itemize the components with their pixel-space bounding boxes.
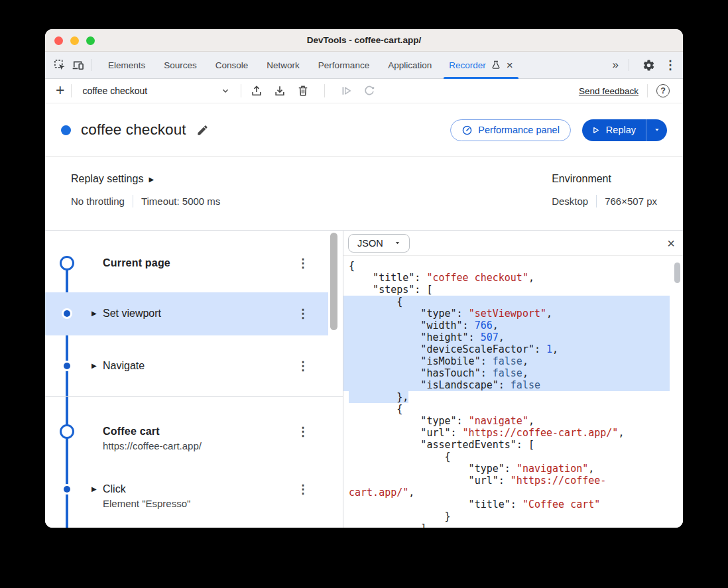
toolbar-separator	[324, 84, 325, 97]
close-recorder-tab-icon[interactable]: ×	[507, 60, 513, 71]
step-text: ClickElement "Espresso"	[103, 482, 190, 510]
replay-settings-toggle[interactable]: Replay settings ▶	[71, 173, 220, 185]
timeline-ring-marker	[60, 256, 74, 270]
section-row-current-page[interactable]: Current page⋮	[45, 243, 328, 284]
help-icon[interactable]: ?	[656, 84, 670, 97]
traffic-lights	[54, 29, 95, 52]
json-line: {	[343, 451, 670, 463]
environment-label: Environment	[552, 173, 611, 185]
json-export-panel: JSON × { "title": "coffee checkout", "st…	[343, 231, 683, 528]
inspect-element-icon[interactable]	[50, 56, 69, 74]
step-menu-kebab-icon[interactable]: ⋮	[297, 483, 309, 495]
caret-down-icon	[394, 239, 401, 247]
rerun-icon	[361, 82, 378, 99]
more-tabs-icon[interactable]: »	[613, 58, 618, 72]
step-menu-kebab-icon[interactable]: ⋮	[297, 308, 309, 320]
json-panel-header: JSON ×	[343, 231, 683, 256]
json-line: "isMobile": false,	[343, 355, 670, 367]
tab-console[interactable]: Console	[206, 52, 258, 79]
recording-header: coffee checkout Performance panel Replay	[45, 103, 683, 157]
json-line: "isLandscape": false	[343, 379, 670, 391]
toolbar-right: Send feedback ?	[579, 84, 670, 97]
speedometer-icon	[461, 125, 473, 136]
recording-select-value: coffee checkout	[82, 86, 147, 96]
tab-performance[interactable]: Performance	[309, 52, 379, 79]
window-titlebar: DevTools - coffee-cart.app/	[45, 29, 683, 52]
send-feedback-link[interactable]: Send feedback	[579, 86, 638, 96]
replay-options-caret[interactable]	[646, 119, 667, 141]
recording-dot-icon	[61, 125, 71, 135]
toolbar-separator	[71, 84, 72, 97]
replay-button[interactable]: Replay	[582, 119, 646, 141]
step-row-set-viewport[interactable]: ▶Set viewport⋮	[45, 292, 328, 335]
json-line: "url": "https://coffee-cart.app/",	[343, 427, 670, 439]
settings-gear-icon[interactable]	[640, 56, 658, 74]
json-line: {	[343, 296, 670, 308]
json-line: }	[343, 510, 670, 522]
timeline-dot	[64, 310, 70, 317]
step-menu-kebab-icon[interactable]: ⋮	[297, 360, 309, 372]
recording-actions	[248, 82, 378, 99]
performance-panel-label: Performance panel	[478, 125, 560, 135]
timeout-value: Timeout: 5000 ms	[141, 196, 221, 207]
toolbar-separator	[241, 84, 241, 97]
import-recording-icon[interactable]	[248, 82, 265, 99]
window-title: DevTools - coffee-cart.app/	[45, 35, 683, 45]
expand-step-icon[interactable]: ▶	[91, 485, 97, 493]
expand-step-icon[interactable]: ▶	[91, 362, 97, 369]
json-line: {	[343, 403, 670, 415]
chevron-down-icon	[221, 86, 230, 95]
section-row-coffee-cart[interactable]: Coffee carthttps://coffee-cart.app/⋮	[45, 397, 328, 470]
recording-title: coffee checkout	[81, 121, 186, 139]
step-row-click[interactable]: ▶ClickElement "Espresso"⋮	[45, 470, 328, 528]
tab-application[interactable]: Application	[379, 52, 441, 79]
expand-step-icon[interactable]: ▶	[91, 310, 97, 317]
tab-network[interactable]: Network	[257, 52, 309, 79]
play-icon	[591, 126, 600, 135]
tab-sources[interactable]: Sources	[154, 52, 206, 79]
edit-title-pencil-icon[interactable]	[196, 124, 209, 137]
json-code-view[interactable]: { "title": "coffee checkout", "steps": […	[343, 256, 683, 528]
step-label: Set viewport	[103, 306, 161, 320]
delete-recording-icon[interactable]	[294, 82, 312, 99]
devtools-window: DevTools - coffee-cart.app/ ElementsSour…	[45, 29, 683, 528]
performance-panel-button[interactable]: Performance panel	[450, 119, 571, 141]
json-line: ]	[343, 522, 670, 528]
json-line: cart.app/",	[343, 487, 670, 499]
timeline-dot-marker	[62, 308, 72, 319]
json-line: "width": 766,	[343, 320, 670, 331]
recorder-toolbar: + coffee checkout	[45, 79, 683, 103]
window-minimize-button[interactable]	[70, 36, 79, 45]
tab-recorder[interactable]: Recorder ×	[441, 52, 520, 79]
close-json-panel-icon[interactable]: ×	[667, 237, 675, 250]
toolbar-separator	[647, 84, 648, 97]
timeline-dot-marker	[62, 361, 72, 371]
step-menu-kebab-icon[interactable]: ⋮	[297, 257, 309, 269]
export-recording-icon[interactable]	[271, 82, 288, 99]
step-subtitle: Element "Espresso"	[103, 497, 190, 510]
json-line: {	[343, 260, 670, 272]
replay-settings-column: Replay settings ▶ No throttling Timeout:…	[71, 173, 220, 230]
settings-separator	[596, 195, 597, 207]
tab-elements[interactable]: Elements	[99, 52, 154, 79]
throttling-value: No throttling	[71, 196, 125, 207]
settings-separator	[133, 195, 133, 207]
window-zoom-button[interactable]	[86, 36, 95, 45]
steps-scrollbar-thumb[interactable]	[330, 233, 337, 330]
tabbar-right-controls: » ⋮	[613, 56, 676, 74]
device-toolbar-icon[interactable]	[69, 56, 88, 74]
json-line: "type": "setViewport",	[343, 308, 670, 320]
replay-settings-values: No throttling Timeout: 5000 ms	[71, 195, 220, 207]
header-actions: Performance panel Replay	[450, 119, 667, 141]
step-label: Click	[103, 482, 190, 496]
step-menu-kebab-icon[interactable]: ⋮	[297, 426, 309, 438]
step-row-navigate[interactable]: ▶Navigate⋮	[45, 335, 328, 396]
recorder-content: Current page⋮▶Set viewport⋮▶Navigate⋮Cof…	[45, 230, 683, 528]
export-format-select[interactable]: JSON	[348, 234, 410, 253]
recording-select[interactable]: coffee checkout	[78, 81, 234, 101]
main-menu-kebab-icon[interactable]: ⋮	[664, 59, 676, 71]
add-recording-button[interactable]: +	[56, 83, 64, 98]
tabbar-separator	[91, 59, 92, 71]
json-scrollbar-thumb[interactable]	[674, 263, 680, 283]
window-close-button[interactable]	[54, 36, 63, 45]
